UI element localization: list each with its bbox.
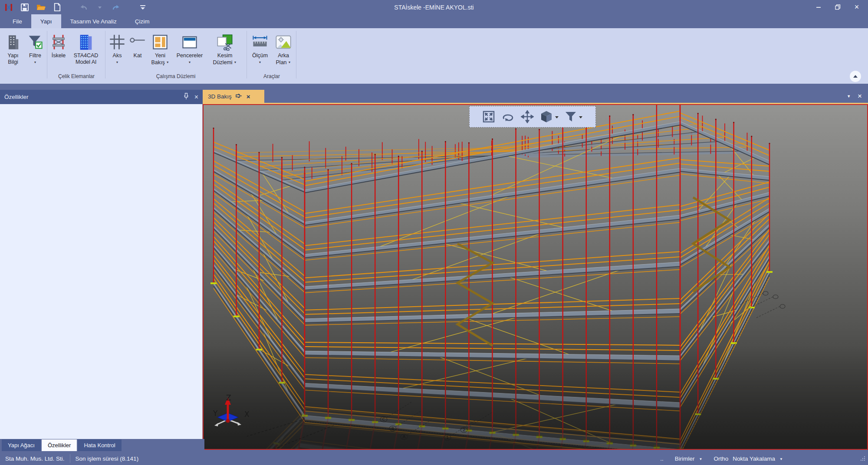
menu-tab-cizim[interactable]: Çizim	[126, 14, 159, 28]
resize-grip[interactable]	[859, 456, 865, 463]
close-icon[interactable]: ×	[194, 93, 198, 101]
ribbon-separator	[47, 31, 47, 79]
app-logo-icon[interactable]	[3, 2, 14, 13]
axis-x-label: X	[244, 410, 250, 419]
ortho-toggle[interactable]: Ortho	[714, 455, 729, 462]
units-dropdown-icon[interactable]: ▼	[699, 456, 703, 461]
ribbon-button-yapi-bilgi[interactable]: Yapı Bilgi	[2, 29, 24, 71]
ribbon-button-filtre[interactable]: Filtre ▼	[24, 29, 46, 71]
filter-check-icon	[26, 32, 44, 52]
axis-y-label: Y	[213, 409, 218, 418]
close-document-icon[interactable]: ×	[858, 92, 862, 101]
snap-dropdown-icon[interactable]: ▼	[779, 456, 783, 461]
grid-axes-icon	[108, 32, 126, 52]
new-view-icon	[151, 32, 169, 52]
pin-icon[interactable]	[236, 93, 243, 100]
status-overflow: ..	[660, 455, 664, 462]
redo-icon[interactable]	[111, 2, 121, 13]
svg-text:2: 2	[463, 428, 465, 432]
undo-dropdown-icon[interactable]	[95, 2, 105, 13]
ribbon-separator	[105, 31, 105, 79]
ribbon: Yapı Bilgi Filtre ▼	[0, 28, 868, 84]
ribbon-button-iskele[interactable]: İskele	[49, 29, 69, 71]
axis-triad: Z Y X	[212, 393, 264, 437]
ribbon-separator	[296, 31, 296, 79]
titlebar: STAİskele -EMİNE AKYOL.sti ×	[0, 0, 868, 14]
restore-button[interactable]	[828, 0, 847, 14]
svg-text:A: A	[403, 435, 406, 439]
dropdown-icon: ▼	[234, 61, 237, 64]
dropdown-icon: ▼	[166, 61, 169, 64]
last-operation-time: Son işlem süresi (8.141)	[70, 455, 144, 462]
building-icon	[4, 32, 22, 52]
filter-icon[interactable]	[564, 110, 583, 123]
ribbon-button-kat[interactable]: Kat	[128, 29, 148, 71]
ribbon-button-olcum[interactable]: Ölçüm ▼	[248, 29, 272, 71]
svg-text:1: 1	[446, 436, 449, 440]
window-controls: ×	[809, 0, 866, 14]
svg-text:C: C	[382, 417, 385, 422]
zoom-extents-icon[interactable]	[482, 110, 495, 123]
snap-toggle[interactable]: Nokta Yakalama	[733, 455, 775, 462]
tab-3d-bakis[interactable]: 3D Bakış ×	[203, 90, 264, 103]
close-icon[interactable]: ×	[247, 93, 250, 100]
units-button[interactable]: Birimler	[675, 455, 695, 462]
section-plane-scissors-icon	[216, 32, 233, 52]
ribbon-group-label-calisma-duzlemi: Çalışma Düzlemi	[107, 73, 245, 79]
menu-tab-tasarim-ve-analiz[interactable]: Tasarım Ve Analiz	[61, 14, 126, 28]
view-cube-icon[interactable]	[539, 110, 559, 124]
background-image-icon	[275, 32, 292, 52]
dropdown-icon: ▼	[188, 61, 191, 64]
document-tabbar: 3D Bakış × ▼ ×	[203, 90, 868, 104]
ribbon-button-arka-plan[interactable]: Arka Plan▼	[272, 29, 295, 71]
ribbon-button-aks[interactable]: Aks ▼	[107, 29, 128, 71]
customize-toolbar-icon[interactable]	[138, 2, 148, 13]
orbit-icon[interactable]	[500, 110, 515, 123]
dropdown-icon: ▼	[259, 61, 262, 64]
measure-ruler-icon	[251, 32, 269, 52]
view-cube-dropdown-icon[interactable]	[555, 113, 559, 121]
collapse-ribbon-button[interactable]	[850, 71, 861, 82]
sta4cad-building-icon	[77, 32, 95, 52]
close-button[interactable]: ×	[847, 0, 866, 14]
ribbon-separator	[247, 31, 247, 79]
scaffold-model: CBA12	[204, 105, 867, 449]
dropdown-icon: ▼	[116, 61, 119, 64]
properties-panel-body[interactable]	[0, 104, 203, 439]
menu-tab-file[interactable]: File	[3, 14, 31, 28]
tab-list-dropdown-icon[interactable]: ▼	[847, 94, 851, 98]
new-file-icon[interactable]	[52, 2, 62, 13]
menu-tab-yapi[interactable]: Yapı	[31, 14, 61, 28]
ribbon-group-label-araclar: Araçlar	[248, 73, 295, 79]
ribbon-button-kesim-duzlemi[interactable]: Kesim Düzlemi▼	[207, 29, 243, 71]
tab-yapi-agaci[interactable]: Yapı Ağacı	[2, 439, 41, 451]
open-folder-icon[interactable]	[36, 2, 46, 13]
properties-panel-header: Özellikler ×	[0, 90, 203, 104]
scaffold-icon	[50, 32, 67, 52]
ribbon-button-sta4cad-model-al[interactable]: STA4CAD Model Al	[69, 29, 103, 71]
ribbon-bottom-strip	[0, 84, 868, 90]
panel-tabs: Yapı Ağacı Özellikler Hata Kontrol	[0, 439, 204, 452]
svg-text:B: B	[391, 426, 394, 431]
quick-access-toolbar	[3, 0, 148, 14]
company-name: Sta Muh. Mus. Ltd. Sti.	[0, 455, 70, 462]
pan-icon[interactable]	[520, 110, 534, 124]
panel-title: Özellikler	[0, 94, 183, 100]
ribbon-group-label-celik-elemanlar: Çelik Elemanlar	[49, 73, 104, 79]
menubar: File Yapı Tasarım Ve Analiz Çizim	[0, 14, 868, 28]
save-icon[interactable]	[20, 2, 30, 13]
viewport-toolbar	[469, 106, 596, 128]
windows-icon	[181, 32, 198, 52]
ribbon-button-yeni-bakis[interactable]: Yeni Bakış▼	[148, 29, 173, 71]
tab-hata-kontrol[interactable]: Hata Kontrol	[78, 439, 121, 451]
dropdown-icon: ▼	[34, 61, 37, 64]
3d-viewport[interactable]: CBA12	[203, 104, 868, 450]
axis-z-label: Z	[226, 393, 231, 402]
pin-icon[interactable]	[183, 93, 189, 101]
tab-ozellikler[interactable]: Özellikler	[42, 439, 77, 451]
minimize-button[interactable]	[809, 0, 828, 14]
undo-icon[interactable]	[79, 2, 89, 13]
ribbon-button-pencereler[interactable]: Pencereler ▼	[173, 29, 207, 71]
storey-level-icon	[129, 32, 146, 52]
filter-dropdown-icon[interactable]	[579, 113, 583, 121]
